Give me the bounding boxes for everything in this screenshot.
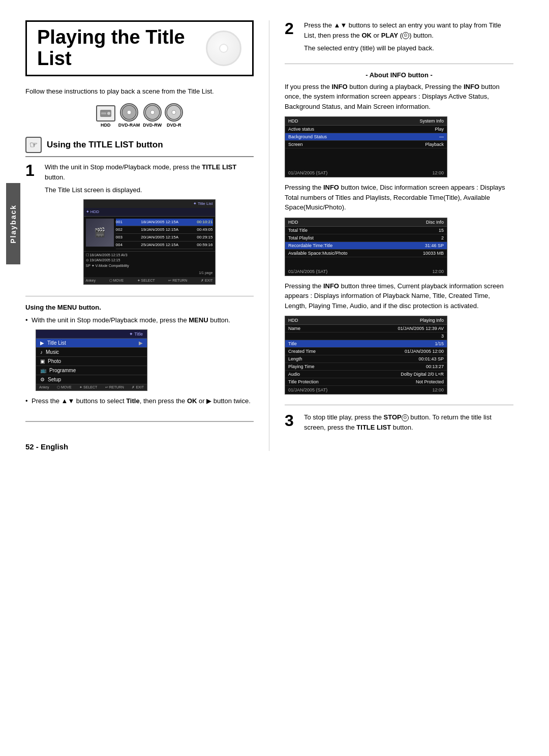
title-list-bold-2: TITLE LIST [356, 424, 391, 431]
dvdr-label: DVD-R [167, 123, 181, 128]
using-menu-section: Using the MENU button. With the unit in … [25, 304, 254, 406]
menu-item-setup: ⚙ Setup [36, 375, 147, 384]
menu-bullet-1: With the unit in Stop mode/Playback mode… [25, 315, 254, 325]
menu-item-title-icon: ▶ [40, 340, 44, 346]
info-bold-3: INFO [323, 184, 339, 191]
svg-point-6 [150, 110, 155, 114]
menu-item-photo-icon: ▣ [40, 358, 45, 364]
tl-list: 00118/JAN/2005 12:15A00:10:21 00219/JAN/… [116, 219, 213, 249]
play-row-name: Name01/JAN/2005 12:39 AV [285, 325, 447, 332]
dvdram-label: DVD-RAM [118, 123, 140, 128]
sys-row-1: Active statusPlay [285, 126, 447, 133]
step-1-sub: The Title List screen is displayed. [45, 185, 254, 195]
step-1: 1 With the unit in Stop mode/Playback mo… [25, 162, 254, 289]
play-row-name2: 3 [285, 332, 447, 340]
right-column: 2 Press the ▲▼ buttons to select an entr… [269, 20, 513, 451]
disc-info-header: HDD Disc Info [285, 218, 447, 227]
stop-icon: ⊙ [402, 414, 409, 421]
about-info-heading: - About INFO button - [285, 71, 513, 79]
tl-page-info: 1/1 page [84, 269, 215, 277]
playback-tab: Playback [6, 183, 20, 264]
system-info-panel: HDD System Info Active statusPlay Backgr… [285, 116, 447, 177]
tl-row-3: 00320/JAN/2005 12:15A00:29:15 [116, 234, 213, 241]
menu-screen-header: ✦ Title [36, 330, 147, 339]
disc-row-1: Total Title15 [285, 227, 447, 234]
dvdr-icon: DVD-R [165, 103, 183, 128]
disc-row-3: Recordable Time:Title31:46 SP [285, 242, 447, 250]
disc-circle-icon [206, 31, 241, 66]
svg-rect-2 [101, 112, 106, 114]
page-title-section: Playing the Title List [25, 20, 254, 76]
play-row-created: Created Time01/JAN/2005 12:00 [285, 348, 447, 355]
menu-item-prog-label: Programme [49, 368, 143, 373]
divider-3 [285, 405, 513, 405]
menu-item-photo-label: Photo [48, 358, 143, 364]
menu-item-music-icon: ♪ [40, 349, 43, 355]
about-info-para3: Pressing the INFO button three times, Cu… [285, 281, 513, 311]
tl-thumbnail: 🎬 [86, 219, 114, 247]
sys-footer: 01/JAN/2005 (SAT)12:00 [285, 169, 447, 177]
svg-point-1 [107, 112, 110, 115]
ok-bold-2: OK [361, 32, 372, 39]
playing-info-header: HDD Playing Info [285, 316, 447, 325]
menu-item-title-label: Title List [47, 340, 136, 346]
step-2-text: Press the ▲▼ buttons to select an entry … [304, 20, 513, 40]
hdd-label: HDD [101, 123, 111, 128]
playing-info-panel: HDD Playing Info Name01/JAN/2005 12:39 A… [285, 316, 447, 395]
page-footer: 52 - English [25, 421, 254, 451]
menu-item-title-arrow: ▶ [139, 340, 143, 346]
hand-icon: ☞ [25, 137, 42, 153]
menu-nav: Ankey⬡ MOVE✦ SELECT↩ RETURN✗ EXIT [36, 384, 147, 390]
svg-point-8 [172, 110, 176, 114]
section-heading-text: Using the TITLE LIST button [47, 140, 163, 150]
sys-blank [285, 148, 447, 169]
title-list-bold: TITLE LIST [202, 163, 236, 171]
divider-1 [25, 296, 254, 296]
disc-footer: 01/JAN/2005 (SAT)12:00 [285, 267, 447, 276]
info-bold-2: INFO [464, 83, 479, 90]
menu-item-titlelist: ▶ Title List ▶ [36, 339, 147, 348]
dvdrw-label: DVD-RW [143, 123, 162, 128]
step-2-sub: The selected entry (title) will be playe… [304, 43, 513, 53]
play-row-playtime: Playing Time00:13:27 [285, 363, 447, 371]
step-1-number: 1 [25, 162, 40, 289]
sys-row-2: Background Status— [285, 133, 447, 141]
divider-2 [285, 64, 513, 64]
menu-item-programme: 📺 Programme [36, 366, 147, 375]
menu-item-music-label: Music [46, 349, 143, 355]
dvdram-icon: DVD-RAM [118, 103, 140, 128]
ok-bold: OK [187, 397, 197, 405]
menu-item-music: ♪ Music [36, 348, 147, 357]
title-list-section-heading: ☞ Using the TITLE LIST button [25, 137, 254, 157]
tl-screen-header: ✦ Title List [84, 200, 215, 208]
step-3-content: To stop title play, press the STOP⊙ butt… [304, 412, 513, 435]
play-row-length: Length00:01:43 SP [285, 355, 447, 363]
play-row-title: Title1/15 [285, 340, 447, 348]
step-2: 2 Press the ▲▼ buttons to select an entr… [285, 20, 513, 56]
tl-hdd-label: ✦ HDD [84, 208, 215, 217]
step-2-content: Press the ▲▼ buttons to select an entry … [304, 20, 513, 56]
playing-footer: 01/JAN/2005 (SAT)12:00 [285, 386, 447, 394]
playback-label: Playback [9, 204, 17, 244]
intro-text: Follow these instructions to play back a… [25, 86, 254, 97]
sys-row-3: ScreenPlayback [285, 141, 447, 148]
about-info-para2: Pressing the INFO button twice, Disc inf… [285, 183, 513, 213]
menu-screen: ✦ Title ▶ Title List ▶ ♪ Music ▣ Photo 📺 [36, 329, 147, 391]
menu-item-prog-icon: 📺 [40, 368, 46, 373]
tl-row-2: 00219/JAN/2005 12:15A00:49:05 [116, 226, 213, 234]
dvdrw-icon: DVD-RW [143, 103, 162, 128]
info-bold-1: INFO [332, 83, 348, 90]
step-3: 3 To stop title play, press the STOP⊙ bu… [285, 412, 513, 435]
disc-info-panel: HDD Disc Info Total Title15 Total Playli… [285, 218, 447, 276]
page-title: Playing the Title List [37, 27, 205, 70]
tl-row-1: 00118/JAN/2005 12:15A00:10:21 [116, 219, 213, 226]
play-icon: ⊙ [402, 32, 409, 39]
step-1-content: With the unit in Stop mode/Playback mode… [45, 162, 254, 289]
disc-decoration [205, 28, 242, 69]
tl-nav: Ankey⬡ MOVE✦ SELECT↩ RETURN✗ EXIT [84, 277, 215, 285]
hdd-icon: HDD [96, 105, 115, 128]
about-info-section: - About INFO button - If you press the I… [285, 71, 513, 395]
disc-row-2: Total Playlist2 [285, 234, 447, 242]
tl-row-4: 00425/JAN/2005 12:15A00:59:16 [116, 241, 213, 249]
step-2-number: 2 [285, 20, 299, 56]
